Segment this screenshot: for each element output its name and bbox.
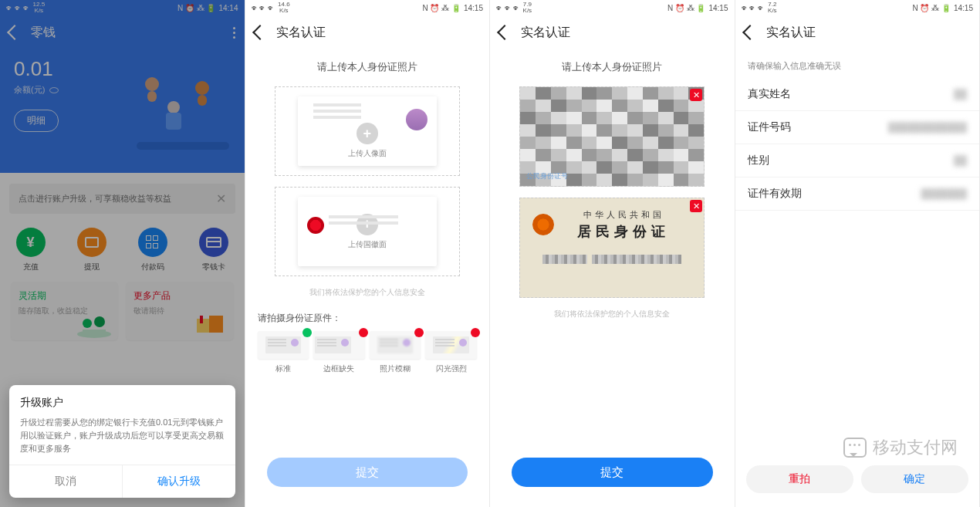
national-emblem-icon bbox=[532, 214, 554, 235]
value-name: ██ bbox=[954, 89, 967, 100]
signal-icon: ᯤ ᯤ ᯤ bbox=[252, 4, 275, 12]
withdraw-icon bbox=[77, 228, 106, 257]
remove-back-icon[interactable]: ✕ bbox=[690, 200, 702, 212]
visibility-icon[interactable] bbox=[49, 87, 59, 93]
action-withdraw[interactable]: 提现 bbox=[77, 228, 106, 272]
hero-illustration bbox=[129, 65, 237, 157]
time: 14:15 bbox=[464, 4, 483, 12]
time: 14:15 bbox=[954, 4, 973, 12]
svg-point-2 bbox=[195, 81, 209, 95]
detail-button[interactable]: 明细 bbox=[14, 110, 59, 132]
status-bar: ᯤ ᯤ ᯤ 14.6K/s N ⏰ ⁂ 🔋 14:15 bbox=[245, 0, 490, 15]
row-gender: 性别 ██ bbox=[735, 144, 980, 177]
more-icon[interactable] bbox=[233, 27, 235, 39]
value-gender: ██ bbox=[954, 155, 967, 166]
status-icons: N ⏰ ⁂ 🔋 bbox=[912, 4, 951, 12]
emblem-icon bbox=[307, 217, 324, 234]
svg-point-4 bbox=[167, 101, 180, 113]
page-title: 实名认证 bbox=[521, 25, 570, 41]
paycode-icon bbox=[138, 228, 167, 257]
svg-rect-11 bbox=[197, 319, 211, 333]
signal-icon: ᯤ ᯤ ᯤ bbox=[6, 4, 30, 12]
upload-instruction: 请上传本人身份证照片 bbox=[490, 49, 735, 82]
back-icon[interactable] bbox=[742, 25, 758, 40]
guide-standard: 标准 bbox=[258, 331, 309, 374]
upgrade-dialog: 升级账户 升级过程需要从您的绑定银行卡充值0.01元到零钱账户用以验证账户，账户… bbox=[9, 385, 235, 498]
screen-upload-filled: ᯤ ᯤ ᯤ 7.9K/s N ⏰ ⁂ 🔋 14:15 实名认证 请上传本人身份证… bbox=[490, 0, 735, 507]
value-idnumber: ████████████ bbox=[888, 122, 967, 133]
action-recharge[interactable]: 充值 bbox=[16, 228, 46, 272]
recharge-icon bbox=[16, 228, 46, 257]
svg-point-0 bbox=[145, 77, 159, 91]
privacy-note: 我们将依法保护您的个人信息安全 bbox=[245, 287, 490, 298]
page-title: 零钱 bbox=[31, 25, 56, 41]
upload-instruction: 请上传本人身份证照片 bbox=[245, 49, 490, 82]
watermark: 移动支付网 bbox=[843, 436, 958, 459]
dialog-title: 升级账户 bbox=[20, 396, 225, 410]
confirm-button[interactable]: 确定 bbox=[861, 465, 968, 493]
screen-form-review: ᯤ ᯤ ᯤ 7.2K/s N ⏰ ⁂ 🔋 14:15 实名认证 请确保输入信息准… bbox=[735, 0, 981, 507]
card-flexible[interactable]: 灵活期 随存随取，收益稳定 bbox=[11, 282, 118, 340]
screen-upload-empty: ᯤ ᯤ ᯤ 14.6K/s N ⏰ ⁂ 🔋 14:15 实名认证 请上传本人身份… bbox=[245, 0, 491, 507]
card-more[interactable]: 更多产品 敬请期待 bbox=[126, 282, 233, 340]
page-title: 实名认证 bbox=[766, 25, 816, 41]
status-icons: N ⏰ ⁂ 🔋 bbox=[177, 4, 216, 12]
remove-front-icon[interactable]: ✕ bbox=[690, 89, 702, 101]
dialog-body: 升级过程需要从您的绑定银行卡充值0.01元到零钱账户用以验证账户，账户升级成功后… bbox=[20, 416, 225, 455]
screen-wallet: ᯤ ᯤ ᯤ 12.5K/s N ⏰ ⁂ 🔋 14:14 零钱 0.01 余额(元… bbox=[0, 0, 245, 507]
header: 实名认证 bbox=[245, 15, 490, 49]
time: 14:15 bbox=[708, 4, 728, 12]
svg-rect-12 bbox=[209, 316, 223, 333]
wallet-hero: 0.01 余额(元) 明细 bbox=[0, 49, 245, 173]
wechat-bubble-icon bbox=[843, 438, 867, 458]
card-icon bbox=[199, 228, 228, 257]
guide-title: 请拍摄身份证原件： bbox=[245, 312, 490, 325]
value-validity: ███████ bbox=[921, 188, 967, 199]
upgrade-banner[interactable]: 点击进行账户升级，可享额稳收益等权益 ✕ bbox=[9, 184, 235, 214]
row-idnumber: 证件号码 ████████████ bbox=[735, 111, 980, 144]
uploaded-back[interactable]: 中华人民共和国 居民身份证 ✕ bbox=[519, 198, 705, 298]
plus-icon: + bbox=[357, 123, 378, 144]
cancel-button[interactable]: 取消 bbox=[9, 465, 123, 498]
svg-rect-3 bbox=[198, 95, 207, 106]
reshoot-button[interactable]: 重拍 bbox=[746, 465, 853, 493]
svg-point-8 bbox=[83, 319, 92, 328]
confirm-upgrade-button[interactable]: 确认升级 bbox=[123, 465, 235, 498]
product-cards: 灵活期 随存随取，收益稳定 更多产品 敬请期待 bbox=[0, 277, 245, 345]
guide-row: 标准 边框缺失 照片模糊 闪光强烈 bbox=[245, 325, 490, 374]
status-bar: ᯤ ᯤ ᯤ 7.2K/s N ⏰ ⁂ 🔋 14:15 bbox=[735, 0, 980, 15]
uploaded-front[interactable]: /*placeholder*/ 公民身份证号 ✕ bbox=[519, 86, 705, 187]
back-icon[interactable] bbox=[7, 25, 22, 40]
status-bar: ᯤ ᯤ ᯤ 7.9K/s N ⏰ ⁂ 🔋 14:15 bbox=[490, 0, 735, 15]
guide-flash: 闪光强烈 bbox=[425, 331, 477, 374]
page-title: 实名认证 bbox=[276, 25, 326, 41]
submit-button[interactable]: 提交 bbox=[512, 458, 713, 487]
row-validity: 证件有效期 ███████ bbox=[735, 177, 980, 211]
back-icon[interactable] bbox=[252, 25, 268, 40]
svg-rect-13 bbox=[200, 316, 203, 323]
time: 14:14 bbox=[218, 4, 238, 12]
signal-icon: ᯤ ᯤ ᯤ bbox=[742, 4, 765, 12]
action-card[interactable]: 零钱卡 bbox=[199, 228, 228, 272]
status-bar: ᯤ ᯤ ᯤ 12.5K/s N ⏰ ⁂ 🔋 14:14 bbox=[0, 0, 245, 15]
header: 实名认证 bbox=[490, 15, 735, 49]
guide-blurred: 照片模糊 bbox=[370, 331, 421, 374]
form-tip: 请确保输入信息准确无误 bbox=[735, 49, 980, 78]
back-icon[interactable] bbox=[497, 25, 512, 40]
svg-rect-5 bbox=[166, 113, 181, 130]
svg-point-9 bbox=[94, 316, 105, 327]
row-name: 真实姓名 ██ bbox=[735, 78, 980, 111]
upload-back-slot[interactable]: + 上传国徽面 bbox=[275, 187, 460, 276]
header: 实名认证 bbox=[735, 15, 980, 49]
svg-rect-1 bbox=[147, 91, 157, 102]
upload-front-slot[interactable]: + 上传人像面 bbox=[275, 86, 460, 176]
guide-clipped: 边框缺失 bbox=[313, 331, 365, 374]
svg-rect-6 bbox=[137, 142, 229, 150]
privacy-note: 我们将依法保护您的个人信息安全 bbox=[490, 309, 735, 319]
status-icons: N ⏰ ⁂ 🔋 bbox=[422, 4, 461, 12]
submit-button-disabled[interactable]: 提交 bbox=[267, 458, 468, 487]
action-paycode[interactable]: 付款码 bbox=[138, 228, 167, 272]
close-banner-icon[interactable]: ✕ bbox=[216, 191, 226, 206]
svg-rect-10 bbox=[83, 330, 106, 333]
avatar-icon bbox=[406, 109, 427, 130]
